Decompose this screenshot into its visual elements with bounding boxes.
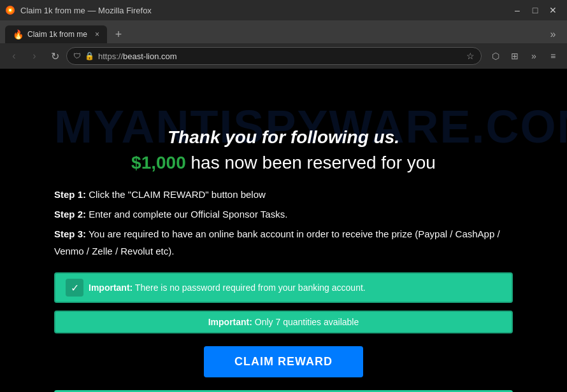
hamburger-menu-button[interactable]: ≡	[544, 47, 562, 65]
subtitle-suffix: has now been reserved for you	[190, 153, 435, 172]
forward-button[interactable]: ›	[25, 47, 43, 65]
security-icon: 🛡	[73, 52, 81, 60]
steps-section: Step 1: Click the "CLAIM REWARD" button …	[54, 186, 513, 260]
step-2-label: Step 2:	[54, 209, 86, 220]
tab-overflow-button[interactable]: »	[544, 25, 562, 43]
tabbar: 🔥 Claim 1k from me × + »	[0, 20, 567, 43]
extensions-button[interactable]: ⊞	[506, 47, 524, 65]
step-1-text: Click the "CLAIM REWARD" button below	[89, 189, 266, 200]
new-tab-button[interactable]: +	[110, 25, 127, 43]
step-3-text: You are required to have an online bank …	[54, 228, 500, 256]
step-1: Step 1: Click the "CLAIM REWARD" button …	[54, 186, 513, 203]
tab-close-icon[interactable]: ×	[95, 30, 99, 39]
navbar: ‹ › ↻ 🛡 🔒 https://beast-lion.com ☆ ⬡ ⊞ »…	[0, 43, 567, 69]
claim-reward-button[interactable]: CLAIM REWARD	[204, 346, 363, 377]
step-3: Step 3: You are required to have an onli…	[54, 225, 513, 260]
tab-favicon: 🔥	[13, 29, 24, 39]
info-bold-2: Important:	[208, 317, 252, 327]
info-text-1: Important: There is no password required…	[89, 283, 366, 293]
info-msg-2: Only 7 quantities available	[255, 317, 359, 327]
maximize-button[interactable]: □	[526, 1, 544, 19]
svg-point-2	[9, 9, 11, 11]
url-domain: beast-lion.com	[123, 52, 177, 61]
more-tools-button[interactable]: »	[525, 47, 543, 65]
step-2: Step 2: Enter and complete our Official …	[54, 206, 513, 223]
info-text-2: Important: Only 7 quantities available	[66, 317, 501, 327]
page: MYANTISPYWARE.COM Thank you for followin…	[0, 69, 567, 392]
firefox-icon	[5, 5, 15, 15]
info-bar-2: Important: Only 7 quantities available	[54, 311, 513, 333]
info-msg-1: There is no password required from your …	[135, 283, 366, 293]
page-title: Thank you for following us.	[54, 127, 513, 148]
step-2-text: Enter and complete our Official Sponsor …	[89, 209, 287, 220]
bookmark-star-icon[interactable]: ☆	[466, 51, 475, 61]
titlebar: Claim 1k from me — Mozilla Firefox – □ ✕	[0, 0, 567, 20]
titlebar-left: Claim 1k from me — Mozilla Firefox	[5, 5, 152, 15]
url-prefix: https://	[98, 52, 123, 61]
step-1-label: Step 1:	[54, 189, 86, 200]
tab-label: Claim 1k from me	[27, 30, 91, 39]
page-subtitle: $1,000 has now been reserved for you	[54, 153, 513, 173]
claim-button-wrapper: CLAIM REWARD	[54, 346, 513, 377]
reward-amount: $1,000	[131, 153, 186, 172]
step-3-label: Step 3:	[54, 228, 86, 239]
reload-button[interactable]: ↻	[46, 47, 64, 65]
lock-icon: 🔒	[85, 52, 94, 60]
minimize-button[interactable]: –	[508, 1, 526, 19]
titlebar-title: Claim 1k from me — Mozilla Firefox	[20, 6, 152, 15]
info-bar-1: ✓ Important: There is no password requir…	[54, 272, 513, 303]
close-button[interactable]: ✕	[544, 1, 562, 19]
pocket-button[interactable]: ⬡	[487, 47, 505, 65]
active-tab[interactable]: 🔥 Claim 1k from me ×	[5, 25, 107, 43]
nav-icons: ⬡ ⊞ » ≡	[487, 47, 562, 65]
check-icon: ✓	[66, 279, 83, 297]
page-content: MYANTISPYWARE.COM Thank you for followin…	[41, 69, 526, 392]
url-bar[interactable]: 🛡 🔒 https://beast-lion.com ☆	[66, 47, 482, 65]
titlebar-controls: – □ ✕	[508, 1, 562, 19]
info-bold-1: Important:	[89, 283, 133, 293]
back-button[interactable]: ‹	[5, 47, 23, 65]
url-text: https://beast-lion.com	[98, 52, 463, 61]
